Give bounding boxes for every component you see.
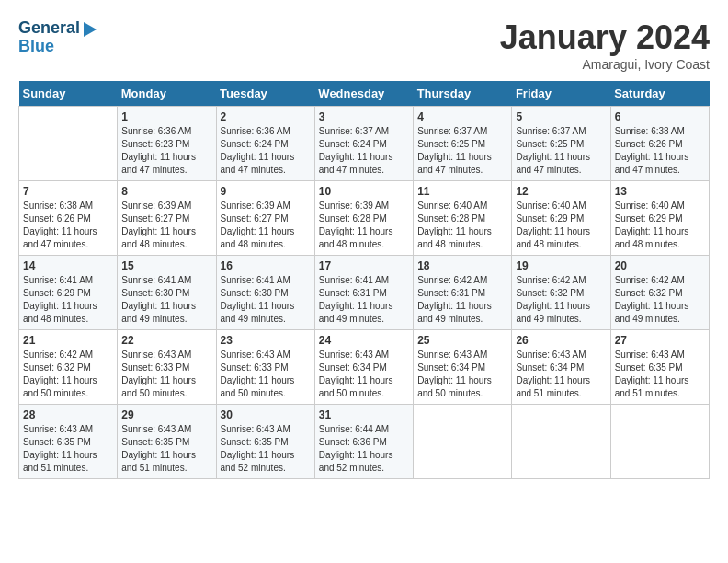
calendar-cell: 3Sunrise: 6:37 AM Sunset: 6:24 PM Daylig… bbox=[314, 107, 413, 181]
calendar-cell: 4Sunrise: 6:37 AM Sunset: 6:25 PM Daylig… bbox=[414, 107, 512, 181]
day-info: Sunrise: 6:43 AM Sunset: 6:33 PM Dayligh… bbox=[221, 349, 311, 400]
day-number: 19 bbox=[516, 259, 606, 272]
day-info: Sunrise: 6:36 AM Sunset: 6:24 PM Dayligh… bbox=[221, 125, 311, 177]
day-info: Sunrise: 6:40 AM Sunset: 6:29 PM Dayligh… bbox=[615, 200, 705, 251]
day-number: 22 bbox=[121, 334, 211, 347]
day-number: 26 bbox=[516, 334, 606, 347]
weekday-header-thursday: Thursday bbox=[414, 81, 512, 107]
day-number: 29 bbox=[121, 408, 211, 421]
calendar-cell: 18Sunrise: 6:42 AM Sunset: 6:31 PM Dayli… bbox=[414, 256, 512, 330]
weekday-header-monday: Monday bbox=[118, 81, 216, 107]
day-number: 21 bbox=[23, 334, 113, 347]
calendar-cell: 31Sunrise: 6:44 AM Sunset: 6:36 PM Dayli… bbox=[314, 405, 413, 479]
calendar-cell: 13Sunrise: 6:40 AM Sunset: 6:29 PM Dayli… bbox=[610, 181, 709, 256]
weekday-header-tuesday: Tuesday bbox=[216, 81, 314, 107]
day-number: 1 bbox=[121, 110, 211, 123]
day-number: 9 bbox=[221, 185, 311, 198]
calendar-cell bbox=[512, 405, 610, 479]
calendar-table: SundayMondayTuesdayWednesdayThursdayFrid… bbox=[18, 81, 710, 479]
calendar-cell: 16Sunrise: 6:41 AM Sunset: 6:30 PM Dayli… bbox=[216, 256, 314, 330]
day-number: 18 bbox=[417, 259, 507, 272]
calendar-cell: 21Sunrise: 6:42 AM Sunset: 6:32 PM Dayli… bbox=[19, 330, 118, 405]
day-number: 10 bbox=[319, 185, 409, 198]
day-number: 7 bbox=[23, 185, 113, 198]
calendar-cell: 8Sunrise: 6:39 AM Sunset: 6:27 PM Daylig… bbox=[118, 181, 216, 256]
calendar-cell: 12Sunrise: 6:40 AM Sunset: 6:29 PM Dayli… bbox=[512, 181, 610, 256]
day-number: 17 bbox=[319, 259, 409, 272]
day-number: 27 bbox=[615, 334, 705, 347]
logo-subtext: Blue bbox=[18, 37, 97, 57]
calendar-cell: 26Sunrise: 6:43 AM Sunset: 6:34 PM Dayli… bbox=[512, 330, 610, 405]
weekday-header-saturday: Saturday bbox=[610, 81, 709, 107]
weekday-header-wednesday: Wednesday bbox=[314, 81, 413, 107]
calendar-cell: 15Sunrise: 6:41 AM Sunset: 6:30 PM Dayli… bbox=[118, 256, 216, 330]
day-info: Sunrise: 6:39 AM Sunset: 6:27 PM Dayligh… bbox=[221, 200, 311, 251]
calendar-cell: 10Sunrise: 6:39 AM Sunset: 6:28 PM Dayli… bbox=[314, 181, 413, 256]
day-info: Sunrise: 6:41 AM Sunset: 6:30 PM Dayligh… bbox=[221, 274, 311, 326]
day-info: Sunrise: 6:43 AM Sunset: 6:35 PM Dayligh… bbox=[221, 423, 311, 475]
calendar-cell: 6Sunrise: 6:38 AM Sunset: 6:26 PM Daylig… bbox=[610, 107, 709, 181]
day-info: Sunrise: 6:43 AM Sunset: 6:34 PM Dayligh… bbox=[417, 349, 507, 400]
calendar-cell: 17Sunrise: 6:41 AM Sunset: 6:31 PM Dayli… bbox=[314, 256, 413, 330]
day-info: Sunrise: 6:43 AM Sunset: 6:34 PM Dayligh… bbox=[516, 349, 606, 400]
logo: General Blue bbox=[18, 18, 97, 56]
calendar-cell: 23Sunrise: 6:43 AM Sunset: 6:33 PM Dayli… bbox=[216, 330, 314, 405]
calendar-cell: 9Sunrise: 6:39 AM Sunset: 6:27 PM Daylig… bbox=[216, 181, 314, 256]
day-number: 4 bbox=[417, 110, 507, 123]
title-section: January 2024 Amaragui, Ivory Coast bbox=[500, 18, 710, 72]
calendar-week-5: 28Sunrise: 6:43 AM Sunset: 6:35 PM Dayli… bbox=[19, 405, 710, 479]
calendar-week-2: 7Sunrise: 6:38 AM Sunset: 6:26 PM Daylig… bbox=[19, 181, 710, 256]
calendar-cell: 11Sunrise: 6:40 AM Sunset: 6:28 PM Dayli… bbox=[414, 181, 512, 256]
day-info: Sunrise: 6:41 AM Sunset: 6:29 PM Dayligh… bbox=[23, 274, 113, 326]
day-number: 16 bbox=[221, 259, 311, 272]
weekday-header-friday: Friday bbox=[512, 81, 610, 107]
day-number: 30 bbox=[221, 408, 311, 421]
logo-text: General bbox=[18, 18, 80, 39]
day-number: 3 bbox=[319, 110, 409, 123]
day-info: Sunrise: 6:37 AM Sunset: 6:25 PM Dayligh… bbox=[417, 125, 507, 177]
calendar-cell: 1Sunrise: 6:36 AM Sunset: 6:23 PM Daylig… bbox=[118, 107, 216, 181]
month-title: January 2024 bbox=[500, 18, 710, 57]
day-info: Sunrise: 6:39 AM Sunset: 6:28 PM Dayligh… bbox=[319, 200, 409, 251]
calendar-cell: 2Sunrise: 6:36 AM Sunset: 6:24 PM Daylig… bbox=[216, 107, 314, 181]
day-info: Sunrise: 6:42 AM Sunset: 6:31 PM Dayligh… bbox=[417, 274, 507, 326]
day-info: Sunrise: 6:43 AM Sunset: 6:35 PM Dayligh… bbox=[121, 423, 211, 475]
day-info: Sunrise: 6:44 AM Sunset: 6:36 PM Dayligh… bbox=[319, 423, 409, 475]
day-number: 8 bbox=[121, 185, 211, 198]
calendar-cell: 29Sunrise: 6:43 AM Sunset: 6:35 PM Dayli… bbox=[118, 405, 216, 479]
day-number: 23 bbox=[221, 334, 311, 347]
day-info: Sunrise: 6:42 AM Sunset: 6:32 PM Dayligh… bbox=[516, 274, 606, 326]
calendar-cell bbox=[610, 405, 709, 479]
day-info: Sunrise: 6:41 AM Sunset: 6:30 PM Dayligh… bbox=[121, 274, 211, 326]
day-info: Sunrise: 6:43 AM Sunset: 6:35 PM Dayligh… bbox=[23, 423, 113, 475]
day-number: 5 bbox=[516, 110, 606, 123]
calendar-cell: 27Sunrise: 6:43 AM Sunset: 6:35 PM Dayli… bbox=[610, 330, 709, 405]
calendar-cell: 25Sunrise: 6:43 AM Sunset: 6:34 PM Dayli… bbox=[414, 330, 512, 405]
calendar-cell: 22Sunrise: 6:43 AM Sunset: 6:33 PM Dayli… bbox=[118, 330, 216, 405]
day-info: Sunrise: 6:41 AM Sunset: 6:31 PM Dayligh… bbox=[319, 274, 409, 326]
calendar-cell: 30Sunrise: 6:43 AM Sunset: 6:35 PM Dayli… bbox=[216, 405, 314, 479]
day-info: Sunrise: 6:40 AM Sunset: 6:29 PM Dayligh… bbox=[516, 200, 606, 251]
day-number: 2 bbox=[221, 110, 311, 123]
calendar-cell: 20Sunrise: 6:42 AM Sunset: 6:32 PM Dayli… bbox=[610, 256, 709, 330]
day-info: Sunrise: 6:38 AM Sunset: 6:26 PM Dayligh… bbox=[615, 125, 705, 177]
day-info: Sunrise: 6:40 AM Sunset: 6:28 PM Dayligh… bbox=[417, 200, 507, 251]
day-number: 13 bbox=[615, 185, 705, 198]
day-info: Sunrise: 6:38 AM Sunset: 6:26 PM Dayligh… bbox=[23, 200, 113, 251]
weekday-header-row: SundayMondayTuesdayWednesdayThursdayFrid… bbox=[19, 81, 710, 107]
calendar-week-4: 21Sunrise: 6:42 AM Sunset: 6:32 PM Dayli… bbox=[19, 330, 710, 405]
calendar-body: 1Sunrise: 6:36 AM Sunset: 6:23 PM Daylig… bbox=[19, 107, 710, 479]
day-info: Sunrise: 6:39 AM Sunset: 6:27 PM Dayligh… bbox=[121, 200, 211, 251]
day-info: Sunrise: 6:37 AM Sunset: 6:24 PM Dayligh… bbox=[319, 125, 409, 177]
day-number: 28 bbox=[23, 408, 113, 421]
calendar-week-3: 14Sunrise: 6:41 AM Sunset: 6:29 PM Dayli… bbox=[19, 256, 710, 330]
calendar-cell: 14Sunrise: 6:41 AM Sunset: 6:29 PM Dayli… bbox=[19, 256, 118, 330]
calendar-cell bbox=[19, 107, 118, 181]
day-number: 24 bbox=[319, 334, 409, 347]
calendar-week-1: 1Sunrise: 6:36 AM Sunset: 6:23 PM Daylig… bbox=[19, 107, 710, 181]
day-number: 11 bbox=[417, 185, 507, 198]
day-number: 31 bbox=[319, 408, 409, 421]
location: Amaragui, Ivory Coast bbox=[500, 57, 710, 72]
calendar-cell: 7Sunrise: 6:38 AM Sunset: 6:26 PM Daylig… bbox=[19, 181, 118, 256]
day-info: Sunrise: 6:36 AM Sunset: 6:23 PM Dayligh… bbox=[121, 125, 211, 177]
